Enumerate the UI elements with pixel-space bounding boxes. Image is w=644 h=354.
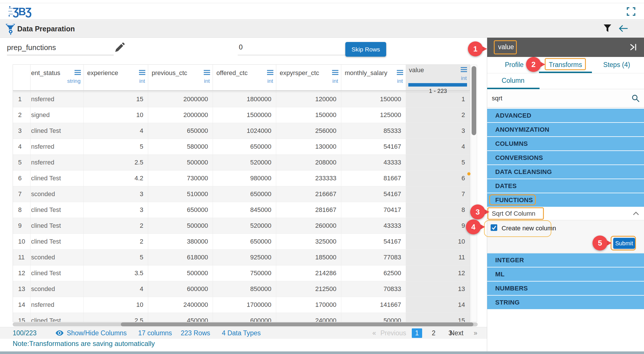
transform-category-string[interactable]: STRING: [487, 296, 644, 309]
annotation-marker-5: 5: [592, 236, 607, 250]
collapse-panel-icon[interactable]: [629, 43, 637, 52]
table-cell: 212500: [276, 281, 341, 297]
annotation-marker-number: 1: [468, 41, 483, 56]
table-cell: nsferred: [31, 139, 84, 154]
transform-search-input[interactable]: sqrt: [492, 89, 502, 108]
table-cell: 9: [13, 218, 31, 234]
table-row[interactable]: 6clined Test4.2730000980000233333816676: [13, 171, 470, 186]
table-row[interactable]: 1nsferred15200000018000001200001500001: [13, 91, 470, 107]
table-row[interactable]: 3clined Test46500001024000256000853333: [13, 123, 470, 139]
submit-button[interactable]: Submit: [613, 238, 635, 249]
table-row[interactable]: 14nsferred102400000170000017000014166714: [13, 297, 470, 313]
table-cell: 216667: [276, 186, 341, 202]
table-row[interactable]: 8clined Test3650000845000281667704178: [13, 202, 470, 218]
table-row[interactable]: 15clined Test2.5450000600000240000500001…: [13, 313, 470, 322]
column-menu-icon[interactable]: [139, 70, 146, 76]
show-hide-columns-button[interactable]: Show/Hide Columns: [67, 327, 127, 339]
edit-pencil-icon[interactable]: [114, 42, 125, 55]
column-menu-icon[interactable]: [397, 70, 403, 76]
transform-category-data-cleansing[interactable]: DATA CLEANSING: [487, 165, 644, 179]
transform-category-ml[interactable]: ML: [487, 267, 644, 281]
panel-header: value: [487, 38, 644, 57]
table-cell: 650000: [148, 202, 213, 218]
transform-search: sqrt: [487, 89, 644, 108]
value-range-bar: [408, 83, 467, 87]
skip-rows-button[interactable]: Skip Rows: [345, 42, 386, 57]
filter-icon[interactable]: [603, 24, 612, 34]
skip-rows-input[interactable]: 0: [238, 43, 345, 55]
column-header-value-selected[interactable]: value int 1 - 223: [406, 65, 470, 90]
table-cell: 125000: [341, 107, 406, 123]
transform-category-dates[interactable]: DATES: [487, 179, 644, 193]
row-number-header: [13, 65, 31, 90]
pagination-previous[interactable]: Previous: [380, 327, 406, 339]
search-icon[interactable]: [632, 94, 640, 104]
table-footer: 100/223 Show/Hide Columns 17 columns 223…: [0, 327, 487, 339]
table-cell: 380000: [148, 234, 213, 249]
table-cell: 12: [406, 265, 470, 281]
table-row[interactable]: 7sconded3510000650000216667541677: [13, 186, 470, 202]
transform-category-functions[interactable]: FUNCTIONS: [487, 193, 644, 207]
transform-category-columns[interactable]: COLUMNS: [487, 137, 644, 150]
subtab-column[interactable]: Column: [502, 77, 524, 85]
column-menu-icon[interactable]: [203, 70, 210, 76]
tab-steps[interactable]: Steps (4): [603, 61, 630, 69]
column-header-previous-ctc[interactable]: previous_ctc int: [148, 65, 213, 90]
pagination-page-1[interactable]: 1: [412, 328, 422, 338]
column-name: expyrsper_ctc: [280, 69, 319, 77]
column-menu-icon[interactable]: [460, 67, 467, 73]
table-cell: 141667: [341, 297, 406, 313]
table-cell: clined Test: [31, 265, 84, 281]
table-row[interactable]: 5nsferred2.5500000520000208000433335: [13, 155, 470, 171]
table-cell: 6: [406, 171, 470, 186]
pagination-page-2[interactable]: 2: [428, 328, 439, 338]
column-header-offered-ctc[interactable]: offered_ctc int: [213, 65, 276, 90]
create-new-column-checkbox[interactable]: [491, 224, 497, 231]
chevron-up-icon[interactable]: [633, 211, 639, 217]
column-header-monthly-salary[interactable]: monthly_salary int: [341, 65, 406, 90]
transform-category-numbers[interactable]: NUMBERS: [487, 282, 644, 295]
table-row[interactable]: 2signed10200000015000001500001250002: [13, 107, 470, 123]
table-cell: 208000: [276, 155, 341, 170]
column-header-expyrsper-ctc[interactable]: expyrsper_ctc int: [276, 65, 341, 90]
horizontal-scrollbar-thumb[interactable]: [121, 322, 473, 326]
column-menu-icon[interactable]: [267, 70, 274, 76]
transform-category-advanced[interactable]: ADVANCED: [487, 109, 644, 122]
table-row[interactable]: 9clined Test2500000520000260000433339: [13, 218, 470, 234]
table-row[interactable]: 10clined Test23800006500003250005416710: [13, 234, 470, 250]
table-row[interactable]: 13sconded46000008500002125007083313: [13, 281, 470, 297]
dataset-name-input[interactable]: prep_functions: [7, 43, 114, 55]
table-cell: 3: [406, 123, 470, 139]
annotation-marker-3: 3: [470, 204, 485, 219]
vertical-scrollbar-thumb[interactable]: [472, 66, 476, 135]
transform-category-anonymization[interactable]: ANONYMIZATION: [487, 123, 644, 136]
tab-profile[interactable]: Profile: [505, 61, 523, 69]
pagination-first[interactable]: «: [372, 327, 376, 339]
table-row[interactable]: 11sconded56180009250001850007708311: [13, 250, 470, 265]
table-cell: nsferred: [31, 91, 84, 107]
tab-transforms[interactable]: Transforms: [549, 61, 582, 69]
table-cell: 240000: [276, 313, 341, 322]
column-menu-icon[interactable]: [74, 70, 81, 76]
table-cell: 650000: [148, 123, 213, 139]
back-arrow-icon[interactable]: [618, 24, 628, 34]
fullscreen-icon[interactable]: [626, 7, 636, 18]
table-cell: 10: [13, 234, 31, 249]
column-header-experience[interactable]: experience int: [84, 65, 148, 90]
column-menu-icon[interactable]: [332, 70, 339, 76]
transform-category-conversions[interactable]: CONVERSIONS: [487, 151, 644, 164]
table-row[interactable]: 12clined Test3.5500000750000214286625001…: [13, 265, 470, 281]
pagination-next[interactable]: Next: [450, 327, 463, 339]
table-cell: 600000: [213, 313, 276, 322]
data-table: ent_status string experience int previou…: [13, 64, 470, 322]
table-cell: 11: [406, 250, 470, 265]
pagination-last[interactable]: »: [474, 327, 477, 339]
transform-item-sqrt-of-column[interactable]: Sqrt Of Column: [487, 207, 644, 220]
table-row[interactable]: 4nsferred5580000650000130000541674: [13, 139, 470, 155]
table-cell: 2.5: [84, 313, 148, 322]
column-header-current-status[interactable]: ent_status string: [31, 65, 84, 90]
transform-category-integer[interactable]: INTEGER: [487, 253, 644, 267]
table-cell: 500000: [148, 155, 213, 170]
table-cell: 510000: [148, 186, 213, 202]
table-cell: 750000: [213, 265, 276, 281]
